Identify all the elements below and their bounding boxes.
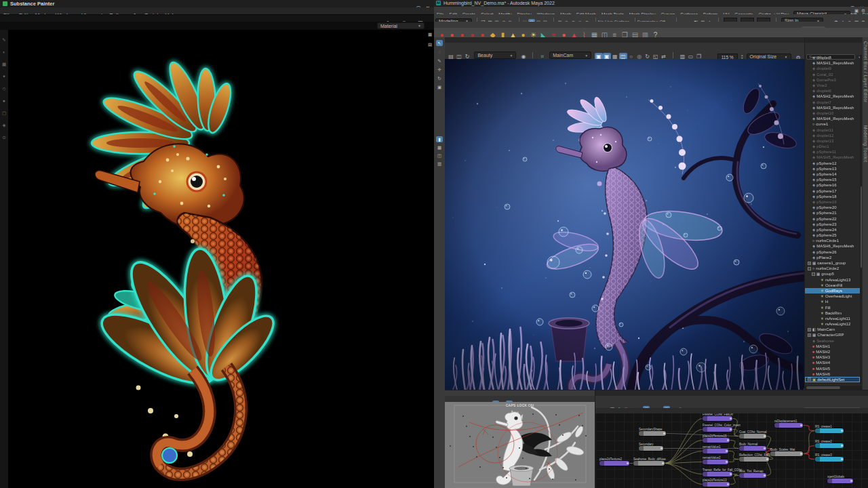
expand-icon[interactable]: + <box>808 262 811 265</box>
outliner-row-droplet12[interactable]: ◈droplet12 <box>805 133 860 138</box>
outliner-row-rsarealight12[interactable]: ☀rsAreaLight12 <box>805 321 860 327</box>
collapse-icon[interactable]: − <box>808 267 811 270</box>
outliner-row-droplet13[interactable]: ◈droplet13 <box>805 138 860 144</box>
table-panel-icon[interactable]: ▦ <box>427 31 433 37</box>
viewport-canvas[interactable]: CAPS LOCK ON <box>445 402 595 488</box>
expand-icon[interactable]: + <box>808 333 811 337</box>
outliner-row-mash1-repromesh[interactable]: ◈MASH1_ReproMesh <box>805 60 860 66</box>
smudge-tool-icon[interactable]: ◇ <box>1 85 7 92</box>
shader-node-place2dtexture15[interactable] <box>703 438 730 443</box>
outliner-row-psphere25[interactable]: ◈pSphere25 <box>805 232 860 238</box>
paint-select-tool-icon[interactable]: ✎ <box>436 58 443 64</box>
lasso-tool-icon[interactable]: ◌ <box>436 49 443 55</box>
sp-material-dropdown[interactable]: Material ▼ <box>377 22 425 29</box>
outliner-row-mash1[interactable]: ■MASH1 <box>805 344 860 349</box>
scale-tool-icon[interactable]: ▣ <box>436 84 443 90</box>
outliner-row-group5[interactable]: −▦group5 <box>805 271 860 277</box>
outliner-row-rsarealight11[interactable]: ☀rsAreaLight11 <box>805 316 860 321</box>
rv-camera-dropdown[interactable]: MainCam ▼ <box>549 52 591 59</box>
outliner-row-psphere22[interactable]: ◈pSphere22 <box>805 216 860 221</box>
outliner-row-seahorse[interactable]: ◈Seahorse <box>805 338 860 344</box>
eraser-tool-icon[interactable]: ◐ <box>1 49 7 55</box>
outliner-row-psphere11[interactable]: ◈pSphere11 <box>805 149 860 155</box>
modeling-toolkit-vertical-tab[interactable]: Modeling Toolkit <box>863 125 868 163</box>
outliner-row-curve1[interactable]: ○curve1 <box>805 121 860 127</box>
shader-node-place2dtexture13[interactable] <box>703 482 730 487</box>
outliner-row-psphere17[interactable]: ◈pSphere17 <box>805 188 860 194</box>
expand-icon[interactable]: + <box>808 378 811 381</box>
shader-node-xgenglobals[interactable] <box>827 479 853 483</box>
outliner-row-nurbscircle2[interactable]: −○nurbsCircle2 <box>805 266 860 271</box>
outliner-row-oceanfill[interactable]: ☀OceanFill <box>805 283 860 288</box>
outliner-row-camera1-group[interactable]: +▦camera1_group <box>805 260 860 266</box>
outliner-row-mash6-repromesh[interactable]: ◈MASH6_ReproMesh <box>805 243 860 249</box>
outliner-row-mash6[interactable]: ■MASH6 <box>805 371 860 377</box>
material-picker-icon[interactable]: ▢ <box>1 110 7 116</box>
outliner-row-mash4[interactable]: ■MASH4 <box>805 360 860 365</box>
rotate-tool-icon[interactable]: ↻ <box>436 75 443 81</box>
shader-node-reflection-cofst-fresnel[interactable] <box>739 457 769 462</box>
shader-node-rs-crease3[interactable] <box>815 457 844 462</box>
outliner-row-droplet11[interactable]: ◈droplet11 <box>805 127 860 132</box>
geometry-mask-icon[interactable]: ◈ <box>1 122 7 128</box>
outliner-row-psphere23[interactable]: ◈pSphere23 <box>805 222 860 227</box>
move-tool-icon[interactable]: ✛ <box>436 66 443 73</box>
outliner-row-droplet10[interactable]: ◈droplet10 <box>805 110 860 116</box>
shader-node-rs-crease2[interactable] <box>815 443 844 448</box>
outliner-row-mash5[interactable]: ■MASH5 <box>805 366 860 371</box>
outliner-row-charactergrp[interactable]: +▦CharacterGRP <box>805 332 860 338</box>
shader-node-body-normal[interactable] <box>739 446 766 451</box>
outliner-row-defaultlightset[interactable]: +▣defaultLightSet <box>805 377 860 382</box>
shader-node-fresnel-cofst-falloff[interactable] <box>703 416 732 421</box>
projection-tool-icon[interactable]: ▦ <box>1 61 7 67</box>
two-pane-layout-icon[interactable]: ◫ <box>436 152 443 159</box>
shader-node-seahorse-body-diffuse[interactable] <box>633 461 665 466</box>
outliner-row-h[interactable]: ☀H <box>805 299 860 304</box>
shader-node-rsdisplacement1[interactable] <box>774 423 803 428</box>
shader-node-remapvalue2[interactable] <box>703 460 728 464</box>
outliner-row-droplet7[interactable]: ◈droplet7 <box>805 100 860 105</box>
outliner-row-godrays[interactable]: ☀GodRays <box>805 288 860 293</box>
settings-icon[interactable]: ⊙ <box>1 134 7 140</box>
collapse-icon[interactable]: − <box>812 272 815 276</box>
outliner-row-psphere26[interactable]: ◈pSphere26 <box>805 249 860 255</box>
clone-tool-icon[interactable]: ● <box>1 98 7 104</box>
outliner-row-psphere13[interactable]: ◈pSphere13 <box>805 166 860 171</box>
select-tool-icon[interactable]: ↖ <box>436 40 443 46</box>
node-editor-graph[interactable]: place2dTexture2Seahorse_Body_diffuseSeco… <box>595 413 868 488</box>
four-pane-layout-icon[interactable]: ▦ <box>436 144 443 150</box>
shader-node-remapvalue1[interactable] <box>703 449 728 453</box>
three-pane-layout-icon[interactable]: ▥ <box>436 161 443 167</box>
outliner-row-mash5-repromesh[interactable]: ◈MASH5_ReproMesh <box>805 155 860 160</box>
outliner-row-domepre3[interactable]: ◈DomePre3 <box>805 77 860 83</box>
outliner-row-rsarealight13[interactable]: ☀rsAreaLight13 <box>805 277 860 283</box>
shader-node-coat-cofst-normal[interactable] <box>739 434 766 439</box>
outliner-row-psphere18[interactable]: ◈pSphere18 <box>805 194 860 199</box>
outliner-row-mash2[interactable]: ■MASH2 <box>805 349 860 354</box>
shader-node-place2dtexture2[interactable] <box>599 461 629 466</box>
shader-node-rs-crease1[interactable] <box>815 428 844 433</box>
sp-viewport[interactable] <box>8 30 426 488</box>
outliner-row-overheadlight[interactable]: ☀OverheadLight <box>805 293 860 299</box>
outliner-row-pdisc1[interactable]: ◈pDisc1 <box>805 144 860 149</box>
outliner-row-psphere24[interactable]: ◈pSphere24 <box>805 227 860 232</box>
outliner-row-vine2[interactable]: ◈Vine2 <box>805 83 860 88</box>
outliner-row-pplane2[interactable]: ◈pPlane2 <box>805 255 860 260</box>
outliner-row-backrim[interactable]: ☀BackRim <box>805 310 860 316</box>
shader-node-transp-refle-for-fall-cofst[interactable] <box>703 472 732 476</box>
outliner-row-maincam[interactable]: +◧MainCam <box>805 327 860 332</box>
single-pane-layout-icon[interactable]: ▮ <box>436 136 443 142</box>
shader-node-fresnel-cofst-color-invert[interactable] <box>703 427 732 432</box>
channel-box-vertical-tab[interactable]: Channel Box / Layer Editor <box>863 41 868 103</box>
outliner-row-coral-02[interactable]: ◈Coral_02 <box>805 72 860 77</box>
workspace-lock-icon[interactable]: ▣ <box>853 7 860 14</box>
workspace-gear-icon[interactable]: ⚙ <box>860 7 867 14</box>
rv-pass-dropdown[interactable]: Beauty ▼ <box>474 52 516 59</box>
outliner-row-fill[interactable]: ☀Fill <box>805 304 860 310</box>
outliner-row-mash4-repromesh[interactable]: ◈MASH4_ReproMesh <box>805 116 860 121</box>
polygon-fill-icon[interactable]: ✦ <box>1 73 7 79</box>
shader-node-body-scales-mat[interactable] <box>770 451 803 456</box>
rv-rendered-image[interactable] <box>445 59 804 390</box>
outliner-row-mash3[interactable]: ■MASH3 <box>805 354 860 360</box>
expand-icon[interactable]: + <box>808 328 811 331</box>
